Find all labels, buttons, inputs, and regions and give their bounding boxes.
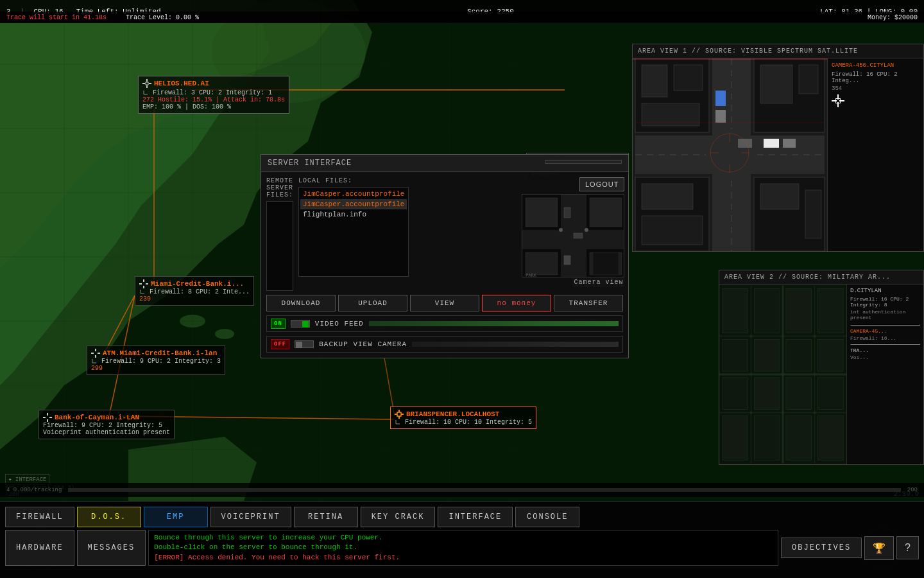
cam1-title: AREA VIEW 1 // SOURCE: VISIBLE SPECTRUM … — [638, 48, 858, 55]
svg-point-110 — [814, 411, 816, 414]
node-atm-fw: Firewall: 9 CPU: 2 Integrity: 3 — [91, 358, 221, 365]
svg-rect-27 — [146, 79, 148, 82]
video-feed-toggle[interactable] — [291, 320, 310, 328]
msg-1: Double-click on the server to bounce thr… — [154, 543, 773, 552]
hardware-button[interactable]: HARDWARE — [5, 530, 74, 566]
console-button[interactable]: CONSOLE — [515, 507, 579, 527]
node-brianspencer[interactable]: BRIANSPENCER.LOCALHOST Firewall: 10 CPU:… — [390, 407, 536, 429]
node-brian-title: BRIANSPENCER.LOCALHOST — [406, 410, 499, 418]
cam2-map-svg — [719, 285, 846, 464]
svg-rect-113 — [786, 378, 812, 410]
svg-rect-129 — [564, 256, 570, 265]
tracking-value: 4 0.000/tracking — [6, 487, 62, 493]
retina-button[interactable]: RETINA — [294, 507, 358, 527]
svg-point-109 — [782, 411, 784, 414]
remote-files-list — [266, 201, 293, 291]
backup-camera-badge: OFF — [271, 339, 289, 349]
local-files-list[interactable]: JimCasper.accountprofile JimCasper.accou… — [298, 187, 409, 277]
svg-rect-70 — [799, 65, 818, 94]
trophy-icon-button[interactable]: 🏆 — [864, 536, 894, 560]
svg-rect-117 — [786, 416, 812, 460]
svg-rect-29 — [146, 82, 148, 85]
node-miami-credit[interactable]: Miami-Credit-Bank.i... Firewall: 8 CPU: … — [135, 276, 254, 306]
cam1-sub: 354 — [832, 85, 920, 92]
svg-rect-124 — [526, 252, 558, 275]
download-button[interactable]: DOWNLOAD — [266, 295, 336, 311]
svg-rect-44 — [43, 417, 46, 418]
objectives-button[interactable]: OBJECTIVES — [781, 538, 862, 558]
dos-button[interactable]: D.O.S. — [77, 507, 141, 527]
node-atm-miami[interactable]: ATM.Miami-Credit-Bank.i-lan Firewall: 9 … — [87, 346, 225, 375]
cam1-info: CAMERA-456.CITYLAN Firewall: 16 CPU: 2 I… — [827, 58, 923, 251]
svg-rect-72 — [642, 216, 703, 245]
cam1-fw-info: Firewall: 16 CPU: 2 Integ... — [832, 71, 920, 84]
svg-point-107 — [814, 373, 816, 376]
upload-button[interactable]: UPLOAD — [338, 295, 407, 311]
svg-point-102 — [750, 335, 753, 338]
node-brian-fw: Firewall: 10 CPU: 10 Integrity: 5 — [395, 419, 532, 426]
node-helios-hostile: 272 Hostile: 15.1% | Attack in: 78.8s — [142, 96, 285, 103]
cam1-satellite-svg — [633, 58, 827, 251]
svg-rect-130 — [574, 233, 583, 238]
svg-rect-32 — [139, 283, 142, 285]
hud-row-2: Trace will start in 41.18s Trace Level: … — [0, 12, 924, 23]
camera-panel-1: AREA VIEW 1 // SOURCE: VISIBLE SPECTRUM … — [632, 44, 924, 252]
svg-point-126 — [559, 228, 563, 232]
messages-button[interactable]: MESSAGES — [77, 530, 146, 566]
svg-rect-99 — [754, 340, 780, 372]
transfer-button[interactable]: TRANSFER — [554, 295, 623, 311]
svg-point-3 — [215, 329, 234, 339]
corner-icon-4 — [395, 419, 401, 425]
remote-files-section: REMOTE SERVER FILES: — [266, 177, 293, 291]
cam1-crosshair — [832, 94, 844, 107]
logout-button[interactable]: LOGOUT — [579, 177, 624, 191]
emp-button[interactable]: EMP — [144, 507, 208, 527]
backup-camera-toggle[interactable] — [295, 340, 314, 348]
cam2-voi: Voi... — [850, 355, 920, 360]
node-bank-cayman[interactable]: Bank-of-Cayman.i-LAN Firewall: 9 CPU: 2 … — [38, 410, 175, 439]
svg-rect-40 — [95, 349, 96, 351]
cam2-fw2: Firewall: 16... — [850, 335, 920, 341]
camera-preview-section — [414, 177, 517, 291]
video-feed-row: ON VIDEO FEED — [266, 315, 623, 332]
trace-start: Trace will start in 41.18s — [6, 14, 107, 21]
svg-rect-121 — [522, 230, 624, 249]
video-feed-badge: ON — [271, 319, 286, 329]
camera-view-label: Camera view — [572, 277, 624, 287]
svg-rect-116 — [754, 416, 780, 460]
help-icon-button[interactable]: ? — [896, 536, 919, 559]
file-item-2[interactable]: flightplan.info — [300, 209, 407, 220]
camera-preview-img: PARK — [522, 194, 624, 277]
svg-rect-96 — [786, 288, 812, 333]
file-item-0[interactable]: JimCasper.accountprofile — [300, 189, 407, 199]
local-files-label: LOCAL FILES: — [298, 177, 409, 184]
node-atm-title: ATM.Miami-Credit-Bank.i-lan — [103, 349, 217, 357]
svg-rect-69 — [760, 65, 792, 103]
node-cayman-title: Bank-of-Cayman.i-LAN — [55, 414, 139, 421]
svg-rect-78 — [783, 139, 796, 148]
msg-0: Bounce through this server to increase y… — [154, 533, 773, 543]
scan-line — [633, 58, 827, 60]
bottom-bar: FIREWALL D.O.S. EMP VOICEPRINT RETINA KE… — [0, 501, 924, 578]
cam1-body: CAMERA-456.CITYLAN Firewall: 16 CPU: 2 I… — [633, 58, 923, 251]
voiceprint-button[interactable]: VOICEPRINT — [210, 507, 291, 527]
server-progress-bar — [545, 160, 622, 164]
cam1-header: AREA VIEW 1 // SOURCE: VISIBLE SPECTRUM … — [633, 44, 923, 58]
interface-button[interactable]: INTERFACE — [438, 507, 513, 527]
svg-rect-101 — [817, 340, 843, 372]
svg-rect-33 — [146, 283, 148, 285]
view-button[interactable]: VIEW — [410, 295, 479, 311]
firewall-button[interactable]: FIREWALL — [5, 507, 74, 527]
corner-icon-2 — [139, 288, 146, 295]
cam2-view — [719, 285, 846, 464]
cam2-node-name: D.CITYLAN — [850, 288, 920, 294]
camera-preview-svg: PARK — [522, 195, 624, 277]
cam2-title: AREA VIEW 2 // SOURCE: MILITARY AR... — [724, 274, 891, 281]
key-crack-button[interactable]: KEY CRACK — [361, 507, 436, 527]
node-helios[interactable]: HELIOS.HED.AI Firewall: 3 CPU: 2 Integri… — [138, 76, 289, 114]
svg-point-106 — [782, 373, 784, 376]
remote-files-label: REMOTE SERVER FILES: — [266, 177, 293, 198]
cam1-camera-id: CAMERA-456.CITYLAN — [832, 62, 920, 69]
server-panel-content: REMOTE SERVER FILES: LOCAL FILES: JimCas… — [261, 172, 628, 358]
file-item-1[interactable]: JimCasper.accountprofile — [300, 199, 407, 209]
